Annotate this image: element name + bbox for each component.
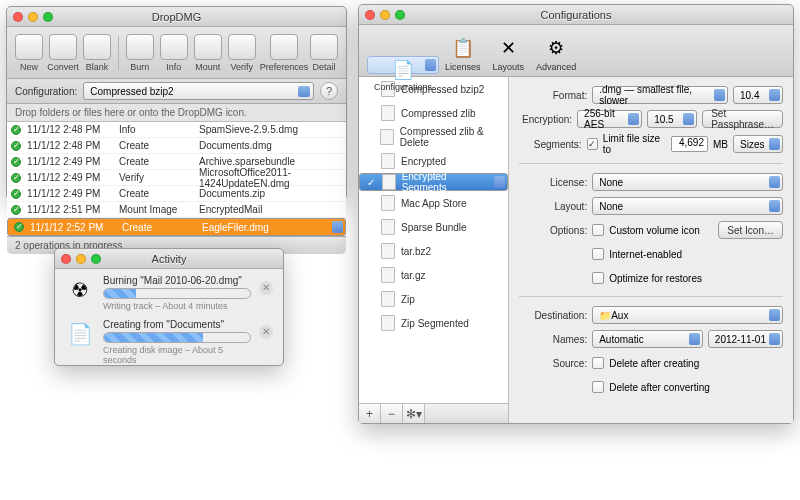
format-popup[interactable]: .dmg — smallest file, slower [592, 86, 728, 104]
config-row[interactable]: Mac App Store [359, 191, 508, 215]
set-icon-button[interactable]: Set Icon… [718, 221, 783, 239]
log-row[interactable]: 11/1/12 2:48 PMInfoSpamSieve-2.9.5.dmg [7, 122, 346, 138]
configurations-icon: 📄 [390, 59, 416, 81]
file-icon [381, 291, 395, 307]
file-icon [381, 105, 395, 121]
license-popup[interactable]: None [592, 173, 783, 191]
config-popup[interactable]: Compressed bzip2 [83, 82, 314, 100]
file-icon [381, 219, 395, 235]
config-row[interactable]: Zip [359, 287, 508, 311]
add-button[interactable]: + [359, 404, 381, 423]
file-icon [381, 315, 395, 331]
success-icon [11, 125, 21, 135]
success-icon [11, 189, 21, 199]
activity-item: ☢Burning "Mail 2010-06-20.dmg"Writing tr… [65, 275, 273, 311]
layout-label: Layout: [519, 201, 587, 212]
source-label: Source: [519, 358, 587, 369]
set-passphrase-button[interactable]: Set Passphrase… [702, 110, 783, 128]
titlebar[interactable]: Activity [55, 249, 283, 269]
format-version-popup[interactable]: 10.4 [733, 86, 783, 104]
file-icon [382, 174, 396, 190]
success-icon [11, 205, 21, 215]
drop-hint: Drop folders or files here or onto the D… [7, 104, 346, 122]
config-row[interactable]: Sparse Bundle [359, 215, 508, 239]
log-row[interactable]: 11/1/12 2:49 PMVerifyMicrosoftOffice2011… [7, 170, 346, 186]
prefs-icon [270, 34, 298, 60]
activity-window: Activity ☢Burning "Mail 2010-06-20.dmg"W… [54, 248, 284, 366]
segment-size-field[interactable]: 4,692 [671, 136, 708, 152]
log-row[interactable]: 11/1/12 2:49 PMCreateDocuments.zip [7, 186, 346, 202]
titlebar[interactable]: DropDMG [7, 7, 346, 27]
delete-after-creating-checkbox[interactable] [592, 357, 604, 369]
delete-after-converting-checkbox[interactable] [592, 381, 604, 393]
file-icon [380, 129, 394, 145]
config-form: Format:.dmg — smallest file, slower10.4 … [509, 77, 793, 423]
cancel-button[interactable]: ✕ [259, 325, 273, 339]
detail-button[interactable]: Detail [308, 32, 340, 74]
limit-filesize-checkbox[interactable]: ✓ [587, 138, 598, 150]
verify-button[interactable]: Verify [226, 32, 258, 74]
config-row[interactable]: tar.bz2 [359, 239, 508, 263]
log-row[interactable]: 11/1/12 2:51 PMMount ImageEncryptedMail [7, 202, 346, 218]
prefs-button[interactable]: Preferences [262, 32, 306, 74]
tab-layouts[interactable]: ✕Layouts [487, 33, 531, 74]
config-row[interactable]: Compressed zlib [359, 101, 508, 125]
log-table[interactable]: 11/1/12 2:48 PMInfoSpamSieve-2.9.5.dmg11… [7, 122, 346, 236]
custom-icon-checkbox[interactable] [592, 224, 604, 236]
log-row[interactable]: 11/1/12 2:48 PMCreateDocuments.dmg [7, 138, 346, 154]
success-icon [14, 222, 24, 232]
file-icon [381, 267, 395, 283]
progress-bar [103, 288, 251, 299]
window-title: Activity [55, 253, 283, 265]
tab-configurations[interactable]: 📄Configurations [367, 56, 439, 74]
list-footer: + − ✻▾ [359, 403, 508, 423]
tab-licenses[interactable]: 📋Licenses [439, 33, 487, 74]
license-label: License: [519, 177, 587, 188]
convert-icon [49, 34, 77, 60]
check-icon: ✓ [366, 177, 376, 188]
log-row[interactable]: 11/1/12 2:52 PMCreateEagleFiler.dmg [7, 218, 346, 236]
new-icon [15, 34, 43, 60]
progress-bar [103, 332, 251, 343]
destination-label: Destination: [519, 310, 587, 321]
config-row[interactable]: Compressed zlib & Delete [359, 125, 508, 149]
cancel-button[interactable]: ✕ [259, 281, 273, 295]
config-row[interactable]: ✓Encrypted Segments [359, 173, 508, 191]
info-button[interactable]: Info [158, 32, 190, 74]
success-icon [11, 141, 21, 151]
convert-button[interactable]: Convert [47, 32, 79, 74]
file-icon [381, 195, 395, 211]
licenses-icon: 📋 [450, 35, 476, 61]
layout-popup[interactable]: None [592, 197, 783, 215]
pref-tabs: 📄Configurations📋Licenses✕Layouts⚙Advance… [359, 25, 793, 77]
layouts-icon: ✕ [495, 35, 521, 61]
config-row[interactable]: Encrypted [359, 149, 508, 173]
destination-popup[interactable]: 📁 Aux [592, 306, 783, 324]
internet-enabled-checkbox[interactable] [592, 248, 604, 260]
encryption-popup[interactable]: 256-bit AES [577, 110, 642, 128]
sizes-popup[interactable]: Sizes [733, 135, 783, 153]
configurations-list[interactable]: Compressed bzip2Compressed zlibCompresse… [359, 77, 509, 423]
toolbar: NewConvertBlankBurnInfoMountVerifyPrefer… [7, 27, 346, 79]
help-button[interactable]: ? [320, 82, 338, 100]
encryption-version-popup[interactable]: 10.5 [647, 110, 697, 128]
tab-advanced[interactable]: ⚙Advanced [530, 33, 582, 74]
burn-button[interactable]: Burn [124, 32, 156, 74]
format-label: Format: [519, 90, 587, 101]
optimize-restores-checkbox[interactable] [592, 272, 604, 284]
config-row[interactable]: Zip Segmented [359, 311, 508, 335]
titlebar[interactable]: Configurations [359, 5, 793, 25]
remove-button[interactable]: − [381, 404, 403, 423]
segments-label: Segments: [519, 139, 581, 150]
blank-button[interactable]: Blank [81, 32, 113, 74]
mount-button[interactable]: Mount [192, 32, 224, 74]
encryption-label: Encryption: [519, 114, 572, 125]
window-title: Configurations [359, 9, 793, 21]
new-button[interactable]: New [13, 32, 45, 74]
action-menu-button[interactable]: ✻▾ [403, 404, 425, 423]
activity-list: ☢Burning "Mail 2010-06-20.dmg"Writing tr… [55, 269, 283, 379]
names-popup[interactable]: Automatic [592, 330, 703, 348]
config-row[interactable]: tar.gz [359, 263, 508, 287]
date-format-popup[interactable]: 2012-11-01 [708, 330, 783, 348]
file-icon [381, 243, 395, 259]
